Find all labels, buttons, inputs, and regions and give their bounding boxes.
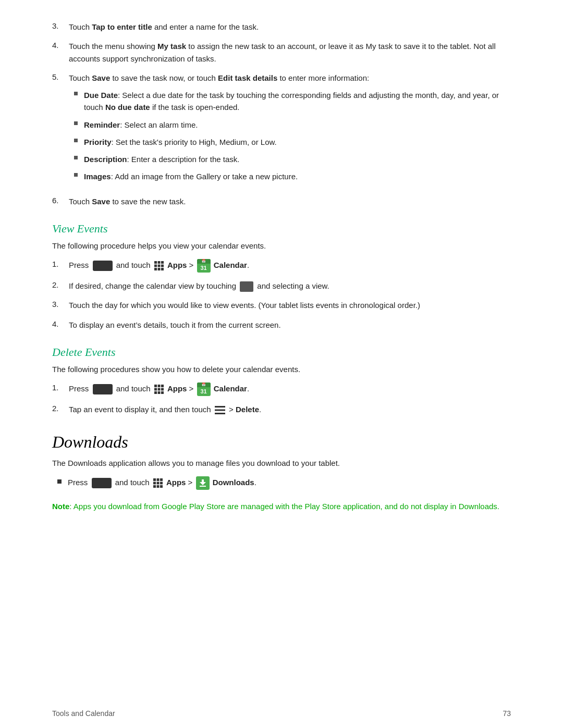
bullet-item: Due Date: Select a due date for the task…	[69, 89, 511, 114]
bullet-icon	[74, 173, 78, 177]
svg-rect-17	[161, 391, 164, 394]
apps-grid-icon	[154, 261, 164, 271]
apps-label: Apps	[167, 261, 187, 269]
svg-marker-30	[200, 479, 206, 485]
item-number: 5.	[52, 72, 69, 81]
footer-page-number: 73	[503, 709, 511, 718]
bullet-item: Priority: Set the task's priority to Hig…	[69, 136, 511, 148]
bold-edit: Edit task details	[218, 73, 277, 82]
bullet-text: Description: Enter a description for the…	[84, 153, 239, 165]
item-text: Touch the day for which you would like t…	[69, 299, 511, 311]
item-text: Touch the menu showing My task to assign…	[69, 40, 511, 65]
svg-rect-21	[153, 478, 156, 481]
svg-rect-23	[160, 478, 163, 481]
view-events-heading: View Events	[52, 222, 511, 236]
svg-rect-12	[154, 388, 157, 391]
top-content: 3. Touch Tap to enter title and enter a …	[52, 21, 511, 207]
list-item: 1. Press and touch Apps > 📅 31 Cal	[52, 382, 511, 396]
svg-rect-31	[200, 486, 206, 487]
svg-rect-2	[161, 261, 164, 264]
apps-grid-icon	[153, 478, 163, 488]
page: 3. Touch Tap to enter title and enter a …	[0, 0, 563, 728]
item-number: 2.	[52, 280, 69, 289]
svg-rect-24	[153, 482, 156, 485]
bullet-icon	[74, 121, 78, 125]
apps-label: Apps	[166, 478, 186, 487]
menu-icon	[214, 404, 226, 416]
home-button-icon	[93, 261, 113, 271]
bullet-text: Priority: Set the task's priority to Hig…	[84, 136, 277, 148]
sub-list: Due Date: Select a due date for the task…	[69, 89, 511, 183]
calendar-icon: 📅 31	[197, 382, 211, 396]
item-number: 4.	[52, 40, 69, 50]
delete-events-intro: The following procedures show you how to…	[52, 363, 511, 375]
item-text: Press and touch Apps > 📅 31 Calendar.	[69, 259, 511, 273]
downloads-bullet-item: Press and touch Apps >	[52, 476, 511, 490]
home-button-icon	[93, 384, 113, 394]
list-item: 3. Touch the day for which you would lik…	[52, 299, 511, 311]
view-events-section: View Events The following procedure help…	[52, 222, 511, 331]
list-item: 2. Tap an event to display it, and then …	[52, 403, 511, 416]
downloads-label: Downloads	[213, 478, 254, 487]
delete-events-section: Delete Events The following procedures s…	[52, 346, 511, 416]
bullet-text: Reminder: Select an alarm time.	[84, 119, 198, 131]
downloads-intro: The Downloads application allows you to …	[52, 457, 511, 469]
delete-label: Delete	[236, 405, 259, 414]
svg-rect-5	[161, 265, 164, 267]
svg-rect-13	[157, 388, 160, 391]
calendar-label: Calendar	[214, 384, 247, 393]
svg-rect-3	[154, 265, 157, 267]
svg-rect-7	[157, 268, 160, 270]
apps-label: Apps	[167, 384, 187, 393]
svg-rect-29	[160, 485, 163, 488]
svg-rect-1	[157, 261, 160, 264]
bold-text: Tap to enter title	[92, 22, 152, 31]
calendar-label: Calendar	[214, 261, 247, 269]
note-label: Note	[52, 502, 69, 511]
bullet-item: Images: Add an image from the Gallery or…	[69, 170, 511, 182]
svg-rect-4	[157, 265, 160, 267]
downloads-heading: Downloads	[52, 433, 511, 452]
bullet-icon	[74, 92, 78, 95]
list-item: 5. Touch Save to save the task now, or t…	[52, 72, 511, 188]
svg-rect-8	[161, 268, 164, 270]
svg-rect-14	[161, 388, 164, 391]
svg-rect-10	[157, 385, 160, 387]
svg-rect-27	[153, 485, 156, 488]
svg-rect-15	[154, 391, 157, 394]
item-number: 6.	[52, 195, 69, 205]
list-item: 2. If desired, change the calendar view …	[52, 280, 511, 292]
item-number: 2.	[52, 403, 69, 413]
item-text: To display an event’s details, touch it …	[69, 319, 511, 331]
view-toggle-icon	[240, 281, 253, 292]
list-item: 4. To display an event’s details, touch …	[52, 319, 511, 331]
downloads-section: Downloads The Downloads application allo…	[52, 433, 511, 513]
svg-rect-6	[154, 268, 157, 270]
bullet-text: Due Date: Select a due date for the task…	[84, 89, 511, 114]
bullet-item: Description: Enter a description for the…	[69, 153, 511, 165]
bullet-icon	[74, 156, 78, 159]
svg-rect-22	[156, 478, 159, 481]
bullet-icon	[57, 479, 62, 484]
svg-rect-28	[156, 485, 159, 488]
bold-text: My task	[157, 42, 186, 51]
item-text: Press and touch Apps > 📅 31 Calendar.	[69, 382, 511, 396]
list-item: 1. Press and touch Apps > 📅 31 Cal	[52, 259, 511, 273]
bold-save: Save	[92, 197, 110, 206]
bullet-text: Press and touch Apps >	[68, 476, 256, 490]
bullet-item: Reminder: Select an alarm time.	[69, 119, 511, 131]
item-number: 3.	[52, 299, 69, 309]
footer-left: Tools and Calendar	[52, 709, 115, 718]
item-number: 3.	[52, 21, 69, 30]
footer: Tools and Calendar 73	[52, 709, 511, 718]
note-box: Note: Apps you download from Google Play…	[52, 500, 511, 513]
delete-events-heading: Delete Events	[52, 346, 511, 359]
apps-grid-icon	[154, 384, 164, 394]
home-button-icon	[92, 478, 112, 488]
calendar-icon: 📅 31	[197, 259, 211, 273]
svg-rect-16	[157, 391, 160, 394]
item-number: 1.	[52, 259, 69, 268]
svg-rect-9	[154, 385, 157, 387]
item-text: Tap an event to display it, and then tou…	[69, 403, 511, 416]
item-text: If desired, change the calendar view by …	[69, 280, 511, 292]
